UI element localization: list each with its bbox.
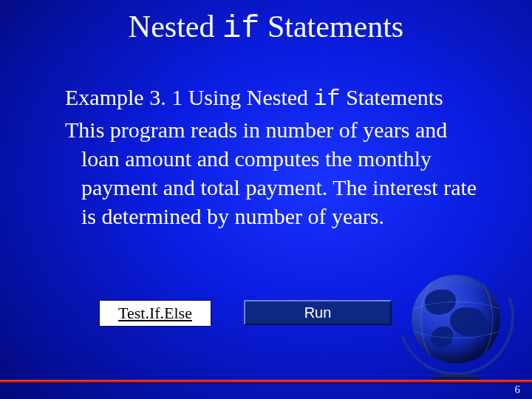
example-pre: Example 3. 1 Using Nested xyxy=(65,85,314,109)
example-post: Statements xyxy=(341,85,443,109)
slide-title: Nested if Statements xyxy=(0,9,532,47)
run-button-label: Run xyxy=(304,304,332,321)
description-text: This program reads in number of years an… xyxy=(65,115,485,231)
title-mono: if xyxy=(222,11,259,47)
run-button[interactable]: Run xyxy=(244,300,392,325)
description-span: This program reads in number of years an… xyxy=(65,117,477,228)
footer-divider xyxy=(0,380,532,383)
title-post: Statements xyxy=(259,10,403,44)
source-link-label: Test.If.Else xyxy=(118,304,192,323)
globe-arc xyxy=(378,239,532,395)
example-mono: if xyxy=(314,86,341,112)
title-pre: Nested xyxy=(129,10,222,44)
example-line: Example 3. 1 Using Nested if Statements xyxy=(65,83,485,114)
globe-decoration xyxy=(393,251,519,377)
page-number: 6 xyxy=(515,383,521,396)
slide-body: Example 3. 1 Using Nested if Statements … xyxy=(65,83,485,231)
globe-icon xyxy=(412,275,500,364)
globe-land xyxy=(431,327,453,347)
source-link[interactable]: Test.If.Else xyxy=(99,300,211,327)
globe-land xyxy=(450,307,487,337)
globe-land xyxy=(425,290,456,315)
slide: Nested if Statements Example 3. 1 Using … xyxy=(0,0,532,399)
